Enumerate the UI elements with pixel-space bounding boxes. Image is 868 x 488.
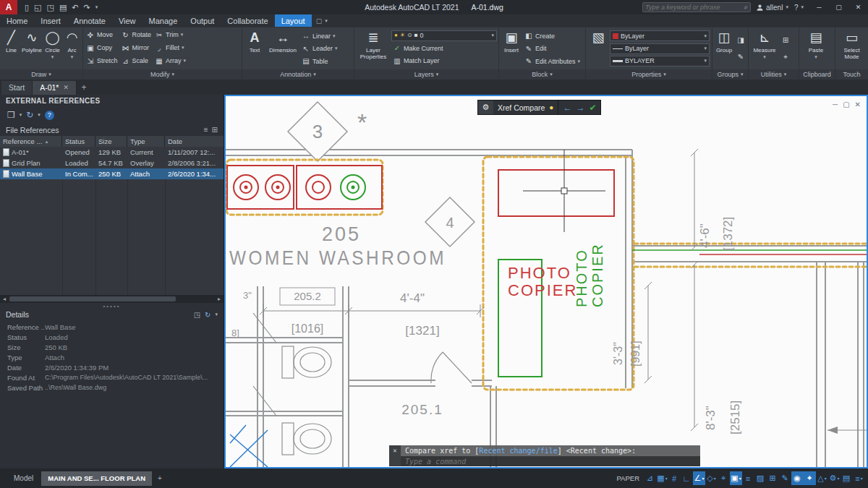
snap-mode-icon[interactable]: ▦▾ — [656, 471, 668, 485]
new-layout-button[interactable]: + — [153, 474, 166, 482]
paper-space-indicator[interactable]: PAPER — [616, 474, 639, 482]
text-button[interactable]: AText — [244, 28, 265, 69]
leader-button[interactable]: ↖Leader▾ — [300, 43, 339, 54]
tab-insert[interactable]: Insert — [34, 14, 67, 27]
create-block-button[interactable]: ◧Create — [523, 30, 582, 42]
table-button[interactable]: ▤Table — [300, 56, 339, 67]
scroll-left-icon[interactable]: ◂ — [0, 296, 9, 302]
xref-row-grid-plan[interactable]: Grid Plan Loaded 54.7 KB Overlay 2/8/200… — [0, 158, 224, 168]
next-change-icon[interactable]: → — [576, 103, 584, 113]
measure-button[interactable]: ⊾Measure▾ — [750, 28, 779, 69]
signin-user[interactable]: allenl ▾ — [757, 4, 788, 12]
viewport-close-icon[interactable]: ✕ — [855, 100, 861, 108]
grid-display-icon[interactable]: # — [668, 471, 681, 485]
undo-icon[interactable]: ↶ — [72, 3, 78, 12]
quick-calc-button[interactable]: ⊞ — [780, 34, 791, 46]
refresh-icon[interactable]: ↻ — [26, 110, 33, 120]
list-view-icon[interactable]: ≡ — [204, 126, 208, 134]
command-close-icon[interactable]: ✕ — [389, 445, 401, 466]
transparency-icon[interactable]: ▨ — [754, 471, 767, 485]
polar-tracking-icon[interactable]: ∠▾ — [693, 471, 705, 485]
group-button[interactable]: ◫Group — [714, 28, 734, 69]
quick-properties-icon[interactable]: ▤ — [841, 471, 853, 485]
edit-attributes-button[interactable]: ✎Edit Attributes▾ — [523, 56, 582, 67]
copy-button[interactable]: ▣Copy — [85, 42, 119, 53]
polyline-button[interactable]: ∿Polyline — [22, 28, 42, 69]
object-snap-icon[interactable]: ▣▾ — [730, 471, 742, 485]
close-icon[interactable]: ✕ — [848, 0, 868, 14]
column-size[interactable]: Size — [95, 136, 127, 147]
viewport-minimize-icon[interactable]: ─ — [833, 100, 838, 108]
array-button[interactable]: ▦Array▾ — [153, 55, 187, 67]
fillet-button[interactable]: ◞Fillet▾ — [153, 42, 187, 53]
column-reference[interactable]: Reference ...▲ — [0, 136, 62, 147]
highlight-bulb-icon[interactable]: ● — [549, 103, 553, 111]
id-point-button[interactable]: ⌖ — [780, 51, 791, 63]
scroll-right-icon[interactable]: ▸ — [215, 296, 224, 302]
open-file-icon[interactable]: ◱ — [34, 3, 41, 12]
infer-constraints-icon[interactable]: ⊿ — [644, 471, 656, 485]
tab-output[interactable]: Output — [184, 14, 221, 27]
horizontal-scrollbar[interactable]: ◂ ▸ — [0, 295, 224, 303]
mirror-button[interactable]: ⋈Mirror — [120, 42, 153, 53]
object-snap-tracking-icon[interactable]: ⌖ — [718, 471, 730, 485]
dynamic-input-icon[interactable]: ✎ — [779, 471, 791, 485]
scale-button[interactable]: ⊿Scale — [120, 55, 153, 67]
move-button[interactable]: ✜Move — [85, 29, 119, 40]
details-save-icon[interactable]: ◳ — [194, 311, 200, 319]
drawing-viewport[interactable]: 3 * 4 205 WOMEN WASHROOM 205.2 [1016] 4'… — [224, 95, 868, 468]
panel-properties-label[interactable]: Properties▾ — [586, 69, 712, 80]
layout-tab-floor-plan[interactable]: MAIN AND SE... FLOOR PLAN — [41, 471, 152, 486]
stretch-button[interactable]: ⇲Stretch — [85, 55, 119, 67]
column-status[interactable]: Status — [62, 136, 95, 147]
panel-draw-label[interactable]: Draw▾ — [0, 69, 82, 80]
tab-layout[interactable]: Layout — [275, 14, 312, 27]
tab-annotate[interactable]: Annotate — [67, 14, 112, 27]
redo-icon[interactable]: ↷ — [84, 3, 90, 12]
attach-dwg-icon[interactable]: ❒ — [7, 110, 15, 120]
details-collapse-icon[interactable]: ▾ — [215, 312, 218, 317]
previous-change-icon[interactable]: ← — [563, 103, 571, 113]
plot-icon[interactable]: ▤ — [59, 3, 67, 12]
xref-compare-settings-button[interactable]: ⚙ — [478, 100, 493, 114]
lineweight-display-icon[interactable]: ≡ — [742, 471, 754, 485]
tab-home[interactable]: Home — [0, 14, 34, 27]
group-edit-button[interactable]: ✎ — [735, 51, 746, 63]
annotation-scale-icon[interactable]: △▾ — [816, 471, 828, 485]
customization-icon[interactable]: ≡▾ — [853, 471, 865, 485]
finish-compare-icon[interactable]: ✔ — [589, 103, 596, 113]
command-options[interactable]: Recent change/file — [479, 447, 557, 455]
command-input[interactable] — [405, 458, 700, 466]
column-type[interactable]: Type — [127, 136, 165, 147]
panel-block-label[interactable]: Block▾ — [499, 69, 585, 80]
model-tab[interactable]: Model — [7, 471, 40, 486]
linetype-dropdown[interactable]: ByLayer▾ — [610, 43, 710, 54]
isometric-drafting-icon[interactable]: ◇▾ — [705, 471, 718, 485]
match-layer-button[interactable]: ▥Match Layer — [391, 55, 497, 67]
panel-groups-label[interactable]: Groups▾ — [712, 69, 748, 80]
edit-block-button[interactable]: ✎Edit — [523, 43, 582, 54]
ungroup-button[interactable]: ◨ — [735, 34, 746, 46]
tab-manage[interactable]: Manage — [142, 14, 184, 27]
dimension-button[interactable]: ↔Dimension — [266, 28, 299, 69]
new-file-icon[interactable]: ▯ — [25, 3, 29, 12]
circle-button[interactable]: ◯Circle▾ — [43, 28, 62, 69]
match-properties-button[interactable]: ▧ — [587, 28, 609, 69]
help-menu[interactable]: ? ▾ — [794, 4, 804, 12]
tab-view[interactable]: View — [112, 14, 142, 27]
lineweight-dropdown[interactable]: BYLAYER▾ — [610, 56, 710, 67]
trim-button[interactable]: ✂Trim▾ — [153, 29, 187, 40]
select-mode-button[interactable]: ▭Select Mode — [837, 28, 867, 69]
annotation-autoscale-icon[interactable]: ✦ — [804, 471, 816, 485]
details-refresh-icon[interactable]: ↻ — [205, 311, 210, 319]
rotate-button[interactable]: ↻Rotate — [120, 29, 153, 40]
attach-caret-icon[interactable]: ▾ — [20, 112, 22, 118]
viewport-restore-icon[interactable]: ▢ — [843, 100, 849, 108]
panel-modify-label[interactable]: Modify▾ — [83, 69, 242, 80]
layer-properties-button[interactable]: ≣Layer Properties — [356, 28, 391, 69]
app-menu-button[interactable]: A — [0, 0, 17, 14]
search-input[interactable] — [645, 4, 744, 11]
color-dropdown[interactable]: ByLayer▾ — [610, 30, 710, 41]
scrollbar-thumb[interactable] — [9, 296, 176, 301]
layer-dropdown[interactable]: ● ☀ ⊙ ■ 0 ▾ — [391, 30, 497, 41]
